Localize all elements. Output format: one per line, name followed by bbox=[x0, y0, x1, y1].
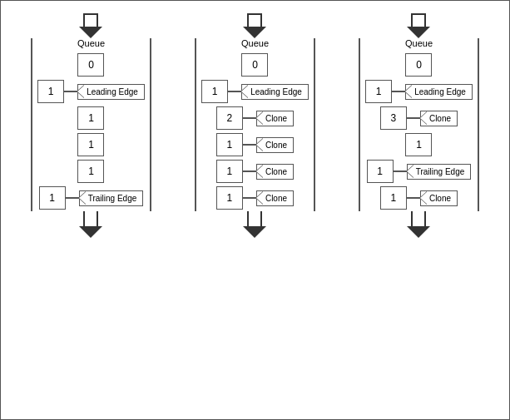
connector-line bbox=[407, 117, 420, 119]
arrow-body bbox=[83, 211, 98, 226]
cell-row: 1Clone bbox=[380, 185, 458, 211]
badge-notch-inner bbox=[405, 85, 413, 98]
connector-line bbox=[243, 170, 256, 172]
queue-label: Queue bbox=[405, 38, 433, 48]
edge-label-badge: Leading Edge bbox=[77, 84, 145, 100]
badge-text: Trailing Edge bbox=[416, 167, 465, 176]
edge-label-badge: Clone bbox=[256, 164, 294, 180]
badge-text: Clone bbox=[265, 167, 287, 176]
badge-notch-inner bbox=[256, 138, 264, 151]
connector-line bbox=[66, 197, 79, 199]
queue-label: Queue bbox=[77, 38, 105, 48]
badge-text: Leading Edge bbox=[250, 87, 302, 96]
cell-row: 1Trailing Edge bbox=[39, 185, 144, 211]
connector-line bbox=[243, 144, 256, 146]
badge-notch-inner bbox=[79, 191, 87, 205]
cell-row: 0 bbox=[77, 52, 104, 78]
badge-notch-inner bbox=[407, 165, 414, 178]
badge-notch-inner bbox=[420, 191, 428, 205]
arrow-tip bbox=[79, 27, 102, 38]
edge-label-badge: Leading Edge bbox=[241, 84, 309, 100]
badge-notch-inner bbox=[256, 191, 264, 205]
cell-3: 1 bbox=[77, 133, 104, 156]
cell-0: 0 bbox=[405, 53, 432, 77]
cell-2: 3 bbox=[380, 106, 407, 130]
queue-pipe: Queue01Leading Edge2Clone1Clone1Clone1Cl… bbox=[195, 38, 315, 211]
edge-label-badge: Trailing Edge bbox=[79, 190, 144, 206]
badge-text: Trailing Edge bbox=[88, 194, 137, 203]
cell-4: 1 bbox=[216, 160, 243, 183]
arrow-shaft bbox=[83, 13, 98, 27]
cell-row: 1 bbox=[77, 158, 104, 185]
queue-pipe: Queue01Leading Edge1111Trailing Edge bbox=[31, 38, 151, 211]
top-entry-arrow bbox=[79, 13, 102, 38]
cell-row: 1 bbox=[405, 131, 432, 158]
edge-label-badge: Clone bbox=[256, 111, 294, 126]
cell-2: 2 bbox=[216, 106, 243, 130]
connector-line bbox=[243, 197, 256, 199]
cell-1: 1 bbox=[365, 80, 392, 103]
badge-text: Clone bbox=[265, 141, 287, 150]
cell-row: 1Leading Edge bbox=[201, 78, 309, 105]
cell-1: 1 bbox=[201, 80, 228, 103]
cell-row: 1 bbox=[77, 131, 104, 158]
edge-label-badge: Leading Edge bbox=[405, 84, 473, 100]
diagram-1: Queue01Leading Edge1111Trailing Edge bbox=[31, 13, 151, 238]
arrow-body bbox=[411, 211, 426, 226]
bottom-exit-arrow bbox=[79, 211, 102, 238]
arrow-tip bbox=[243, 27, 266, 38]
badge-text: Leading Edge bbox=[87, 87, 138, 96]
badge-text: Clone bbox=[429, 194, 451, 203]
badge-notch-inner bbox=[256, 111, 264, 125]
cell-row: 0 bbox=[405, 52, 432, 78]
cell-0: 0 bbox=[77, 53, 104, 77]
edge-label-badge: Clone bbox=[256, 137, 294, 153]
connector-line bbox=[64, 91, 77, 92]
bottom-exit-arrow bbox=[243, 211, 266, 238]
cell-row: 1Leading Edge bbox=[365, 78, 473, 105]
cell-5: 1 bbox=[39, 186, 66, 210]
cell-row: 3Clone bbox=[380, 105, 458, 131]
connector-line bbox=[407, 197, 420, 199]
cell-row: 1Clone bbox=[216, 185, 294, 211]
cell-row: 1Trailing Edge bbox=[367, 158, 472, 185]
cell-row: 1Clone bbox=[216, 131, 294, 158]
cell-5: 1 bbox=[380, 186, 407, 210]
cell-4: 1 bbox=[367, 160, 394, 183]
arrow-point bbox=[243, 226, 266, 238]
cell-5: 1 bbox=[216, 186, 243, 210]
edge-label-badge: Trailing Edge bbox=[407, 164, 472, 180]
badge-notch-inner bbox=[420, 111, 428, 125]
cell-3: 1 bbox=[216, 133, 243, 156]
main-container: Queue01Leading Edge1111Trailing Edge Que… bbox=[0, 0, 510, 420]
queue-label: Queue bbox=[241, 38, 269, 48]
diagram-3: Queue01Leading Edge3Clone11Trailing Edge… bbox=[359, 13, 479, 238]
top-entry-arrow bbox=[243, 13, 266, 38]
badge-notch-inner bbox=[77, 85, 85, 98]
arrow-point bbox=[407, 226, 430, 238]
badge-text: Leading Edge bbox=[414, 87, 466, 96]
cell-1: 1 bbox=[37, 80, 64, 103]
cell-row: 2Clone bbox=[216, 105, 294, 131]
bottom-exit-arrow bbox=[407, 211, 430, 238]
badge-notch-inner bbox=[241, 85, 249, 98]
cell-4: 1 bbox=[77, 160, 104, 183]
queue-pipe: Queue01Leading Edge3Clone11Trailing Edge… bbox=[359, 38, 479, 211]
badge-text: Clone bbox=[265, 194, 287, 203]
connector-line bbox=[392, 91, 405, 92]
top-entry-arrow bbox=[407, 13, 430, 38]
cell-row: 1Leading Edge bbox=[37, 78, 145, 105]
cell-2: 1 bbox=[77, 106, 104, 130]
arrow-tip bbox=[407, 27, 430, 38]
cell-3: 1 bbox=[405, 133, 432, 156]
cell-row: 1Clone bbox=[216, 158, 294, 185]
arrow-shaft bbox=[247, 13, 262, 27]
badge-text: Clone bbox=[265, 114, 287, 123]
cell-row: 1 bbox=[77, 105, 104, 131]
cell-row: 0 bbox=[241, 52, 268, 78]
diagram-2: Queue01Leading Edge2Clone1Clone1Clone1Cl… bbox=[195, 13, 315, 238]
badge-text: Clone bbox=[429, 114, 451, 123]
connector-line bbox=[394, 170, 407, 172]
badge-notch-inner bbox=[256, 165, 264, 178]
cell-0: 0 bbox=[241, 53, 268, 77]
